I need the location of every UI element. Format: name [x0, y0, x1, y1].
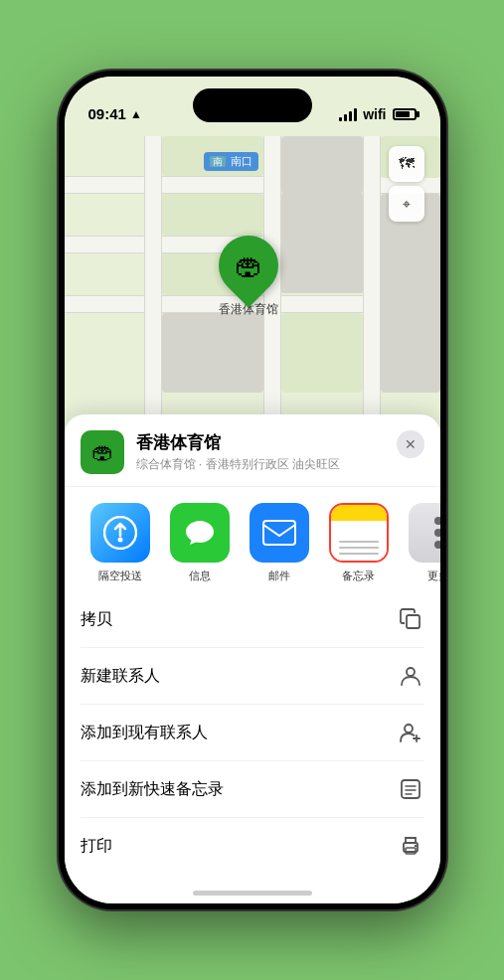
- svg-point-14: [414, 845, 416, 847]
- wifi-icon: wifi: [363, 106, 386, 122]
- phone-screen: 09:41 ▲ wifi: [65, 77, 440, 903]
- bar4: [354, 108, 357, 121]
- block7: [162, 313, 263, 393]
- status-icons: wifi: [339, 106, 416, 122]
- action-quick-note-label: 添加到新快速备忘录: [81, 779, 224, 800]
- map-label-text: 南口: [231, 155, 252, 167]
- action-print[interactable]: 打印: [81, 818, 424, 874]
- battery-icon: [393, 108, 417, 120]
- bar1: [339, 117, 342, 121]
- more-dot2: [434, 529, 440, 537]
- notes-line2: [339, 547, 379, 549]
- road-h1: [65, 176, 440, 194]
- note-icon: [397, 775, 424, 803]
- svg-rect-2: [263, 521, 295, 545]
- messages-label: 信息: [189, 569, 211, 583]
- share-row: 隔空投送 信息: [65, 487, 440, 591]
- more-dot1: [434, 517, 440, 525]
- svg-point-4: [407, 668, 415, 676]
- action-new-contact[interactable]: 新建联系人: [81, 648, 424, 705]
- person-icon: [397, 662, 424, 690]
- print-icon: [397, 832, 424, 860]
- airdrop-label: 隔空投送: [98, 569, 142, 583]
- location-icon: ▲: [130, 107, 142, 121]
- block1: [162, 194, 263, 236]
- block2: [281, 194, 363, 293]
- share-item-notes[interactable]: 备忘录: [319, 503, 399, 583]
- more-label: 更多: [427, 569, 440, 583]
- action-quick-note[interactable]: 添加到新快速备忘录: [81, 761, 424, 818]
- action-add-contact-label: 添加到现有联系人: [81, 723, 208, 743]
- share-item-mail[interactable]: 邮件: [240, 503, 319, 583]
- action-add-contact[interactable]: 添加到现有联系人: [81, 705, 424, 761]
- venue-info: 香港体育馆 综合体育馆 · 香港特别行政区 油尖旺区: [136, 431, 424, 473]
- mail-svg: [261, 519, 297, 547]
- action-new-contact-label: 新建联系人: [81, 666, 160, 687]
- airdrop-svg: [103, 516, 137, 550]
- notes-bg: [331, 505, 387, 561]
- map-label: 南 南口: [204, 152, 258, 171]
- home-indicator: [193, 891, 312, 896]
- pin-inner: 🏟: [235, 249, 262, 282]
- mail-icon: [250, 503, 309, 563]
- location-button[interactable]: ⌖: [389, 186, 424, 222]
- label-prefix: 南: [210, 156, 226, 167]
- notes-icon-wrapper: [329, 503, 389, 563]
- action-list: 拷贝 新建联系人: [65, 591, 440, 874]
- bar2: [344, 114, 347, 121]
- venue-subtitle: 综合体育馆 · 香港特别行政区 油尖旺区: [136, 456, 424, 473]
- copy-icon: [397, 605, 424, 633]
- map-type-button[interactable]: 🗺: [389, 146, 424, 182]
- close-button[interactable]: ✕: [397, 430, 424, 458]
- notes-label: 备忘录: [342, 569, 375, 583]
- mail-label: 邮件: [268, 569, 290, 583]
- airdrop-icon: [90, 503, 150, 563]
- venue-icon: 🏟: [81, 430, 124, 474]
- map-controls[interactable]: 🗺 ⌖: [389, 146, 424, 226]
- battery-fill: [396, 111, 410, 117]
- venue-header: 🏟 香港体育馆 综合体育馆 · 香港特别行政区 油尖旺区 ✕: [65, 414, 440, 487]
- signal-bars: [339, 108, 357, 121]
- status-time: 09:41: [88, 105, 126, 122]
- notes-line3: [339, 553, 379, 555]
- svg-point-5: [405, 725, 413, 733]
- venue-name: 香港体育馆: [136, 431, 424, 454]
- action-print-label: 打印: [81, 836, 112, 857]
- more-icon: [409, 503, 440, 563]
- pin-circle: 🏟: [206, 224, 290, 308]
- block5: [281, 136, 363, 194]
- bottom-sheet: 🏟 香港体育馆 综合体育馆 · 香港特别行政区 油尖旺区 ✕: [65, 414, 440, 903]
- svg-rect-8: [402, 780, 420, 798]
- messages-icon: [170, 503, 230, 563]
- messages-svg: [182, 515, 218, 551]
- svg-rect-13: [406, 848, 416, 854]
- person-add-icon: [397, 719, 424, 746]
- svg-rect-3: [407, 615, 420, 628]
- action-copy[interactable]: 拷贝: [81, 591, 424, 648]
- bar3: [349, 111, 352, 121]
- share-item-airdrop[interactable]: 隔空投送: [81, 503, 160, 583]
- more-dot3: [434, 541, 440, 549]
- action-copy-label: 拷贝: [81, 609, 112, 630]
- phone-frame: 09:41 ▲ wifi: [59, 71, 446, 909]
- svg-point-1: [117, 538, 122, 543]
- block6: [281, 313, 363, 393]
- stadium-pin: 🏟 香港体育馆: [219, 236, 278, 318]
- share-item-more[interactable]: 更多: [399, 503, 440, 583]
- dynamic-island: [193, 88, 312, 122]
- share-item-messages[interactable]: 信息: [160, 503, 240, 583]
- notes-line1: [339, 541, 379, 543]
